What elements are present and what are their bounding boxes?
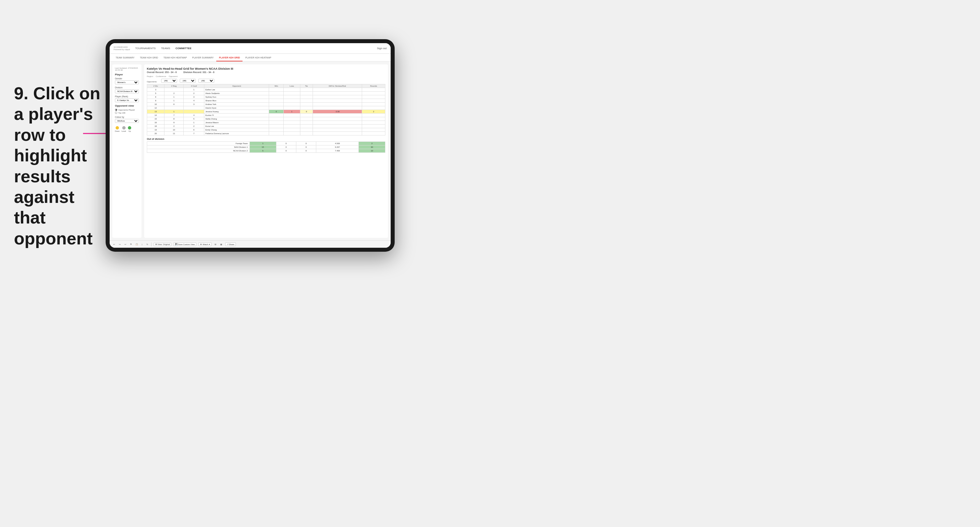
table-cell bbox=[284, 117, 300, 121]
watch-icon: 👁 bbox=[200, 243, 202, 245]
table-cell bbox=[362, 128, 385, 132]
panel-records: Overall Record: 353 - 34 - 6 Division Re… bbox=[147, 71, 385, 73]
table-row[interactable]: 131Jessica Huang010-3.002 bbox=[147, 110, 385, 114]
table-cell: 12 bbox=[147, 106, 164, 110]
sub-nav-player-summary[interactable]: PLAYER SUMMARY bbox=[190, 54, 216, 62]
share-btn[interactable]: ↗ Share bbox=[225, 243, 236, 246]
th-rounds: Rounds bbox=[362, 84, 385, 88]
redo2-btn[interactable]: ↩ bbox=[124, 243, 127, 246]
colour-up: Up bbox=[128, 126, 131, 132]
table-row[interactable]: 31Esther Lee bbox=[147, 88, 385, 92]
bottom-toolbar: ↩ ↪ ↩ ⧉ 📋 | ↻ 👁 View: Original 💾 Save Cu… bbox=[110, 240, 391, 248]
opponent-select[interactable]: (All) bbox=[198, 79, 214, 83]
table-cell: 18 bbox=[147, 125, 164, 128]
colour-level: Level bbox=[122, 126, 126, 132]
colour-by-select[interactable]: Win/loss bbox=[115, 119, 139, 123]
table-row[interactable]: 1063Andrea York bbox=[147, 103, 385, 106]
redo-btn[interactable]: ↪ bbox=[118, 243, 122, 246]
sidebar: Last Updated: 27/03/2024 16:55:38 Player… bbox=[112, 64, 142, 238]
table-row[interactable]: 914Sharon Mun bbox=[147, 99, 385, 103]
grid-btn[interactable]: ⊞ bbox=[213, 243, 217, 246]
colour-dot-level bbox=[122, 126, 126, 130]
table-cell bbox=[362, 117, 385, 121]
region-select[interactable]: (All) bbox=[161, 79, 177, 83]
separator1: | bbox=[141, 243, 143, 246]
th-diff: Diff Av Strokes/Rnd bbox=[313, 84, 362, 88]
table-cell: Jessica Mason bbox=[204, 121, 269, 125]
table-cell bbox=[284, 92, 300, 95]
table-cell: 1 bbox=[184, 88, 204, 92]
out-div-cell: NCAA Division 2 bbox=[147, 149, 250, 153]
out-div-cell: 2 bbox=[359, 142, 385, 146]
gender-select[interactable]: Women's bbox=[115, 80, 139, 84]
table-row[interactable]: 12HeeJo Hyun bbox=[147, 106, 385, 110]
nav-committee[interactable]: COMMITTEE bbox=[175, 46, 191, 51]
table-row[interactable]: 522Alexis Sudjianto bbox=[147, 92, 385, 95]
sub-nav-team-h2h-heatmap[interactable]: TEAM H2H HEATMAP bbox=[161, 54, 190, 62]
th-win: Win bbox=[269, 84, 284, 88]
radio-top100[interactable]: Top 100 bbox=[115, 111, 139, 114]
annotation-text: 9. Click on a player's row to highlight … bbox=[14, 83, 103, 249]
table-row[interactable]: 19106Emily Chang bbox=[147, 128, 385, 132]
table-row[interactable]: 1822Euna Lee bbox=[147, 125, 385, 128]
table-cell: 0 bbox=[269, 110, 284, 114]
player-rank-select[interactable]: 8. Katelyn Vo bbox=[115, 98, 139, 102]
sub-nav-team-summary[interactable]: TEAM SUMMARY bbox=[113, 54, 137, 62]
table-cell: 9 bbox=[164, 121, 184, 125]
sub-nav-player-h2h-heatmap[interactable]: PLAYER H2H HEATMAP bbox=[242, 54, 274, 62]
table-cell bbox=[184, 110, 204, 114]
out-div-row[interactable]: NAIA Division 115009.26730 bbox=[147, 146, 385, 149]
table-cell bbox=[362, 121, 385, 125]
out-div-row[interactable]: NCAA Division 25007.40010 bbox=[147, 149, 385, 153]
table-cell bbox=[313, 95, 362, 99]
table-cell: 10 bbox=[164, 128, 184, 132]
radio-opponents-played[interactable]: Opponents Played bbox=[115, 109, 139, 111]
table-cell bbox=[313, 125, 362, 128]
table-cell bbox=[300, 117, 313, 121]
filter-row: Region Conference Opponent bbox=[147, 75, 385, 77]
nav-bar: SCOREBOARD Powered by clippd TOURNAMENTS… bbox=[110, 43, 391, 54]
opponent-view-title: Opponent view bbox=[115, 104, 139, 107]
paste-btn[interactable]: 📋 bbox=[135, 243, 139, 246]
sub-nav-player-h2h-grid[interactable]: PLAYER H2H GRID bbox=[216, 54, 242, 62]
opponent-view-radios: Opponents Played Top 100 bbox=[115, 109, 139, 114]
out-div-row[interactable]: Foreign Team1004.5002 bbox=[147, 142, 385, 146]
watch-btn[interactable]: 👁 Watch ▾ bbox=[198, 243, 211, 246]
table-cell: Stella Cheng bbox=[204, 117, 269, 121]
out-div-cell: 0 bbox=[296, 142, 316, 146]
table-row[interactable]: 1474Eunice Yi bbox=[147, 114, 385, 117]
view-icon: 👁 bbox=[155, 243, 157, 245]
nav-tournaments[interactable]: TOURNAMENTS bbox=[135, 46, 156, 51]
conference-select[interactable]: (All) bbox=[180, 79, 196, 83]
table-btn[interactable]: ▦ bbox=[219, 243, 223, 246]
table-row[interactable]: 20117Federica Domecq Lacroze bbox=[147, 132, 385, 135]
view-original-btn[interactable]: 👁 View: Original bbox=[153, 243, 172, 246]
right-panel: Katelyn Vo Head-to-Head Grid for Women's… bbox=[144, 64, 388, 238]
table-cell bbox=[284, 99, 300, 103]
th-reg: # Reg bbox=[164, 84, 184, 88]
out-div-cell: 7.400 bbox=[316, 149, 359, 153]
table-row[interactable]: 613Sydney Kuo bbox=[147, 95, 385, 99]
overall-record: Overall Record: 353 - 34 - 6 bbox=[147, 71, 177, 73]
save-custom-view-label: Save Custom View bbox=[178, 243, 195, 245]
refresh-btn[interactable]: ↻ bbox=[145, 243, 149, 246]
table-cell: 4 bbox=[184, 114, 204, 117]
table-cell bbox=[300, 132, 313, 135]
filter-opponent: Opponent bbox=[169, 75, 177, 77]
conference-label: Conference bbox=[156, 75, 166, 77]
sign-out[interactable]: Sign out bbox=[377, 47, 387, 50]
undo-btn[interactable]: ↩ bbox=[112, 243, 116, 246]
table-cell bbox=[300, 88, 313, 92]
table-row[interactable]: 1585Stella Cheng bbox=[147, 117, 385, 121]
sub-nav-team-h2h-grid[interactable]: TEAM H2H GRID bbox=[137, 54, 161, 62]
table-cell: 8 bbox=[164, 117, 184, 121]
nav-teams[interactable]: TEAMS bbox=[161, 46, 170, 51]
division-select[interactable]: NCAA Division III bbox=[115, 89, 139, 93]
filter-conference: Conference bbox=[156, 75, 166, 77]
copy-btn[interactable]: ⧉ bbox=[129, 243, 132, 246]
table-row[interactable]: 1691Jessica Mason bbox=[147, 121, 385, 125]
table-cell bbox=[269, 125, 284, 128]
table-cell: 6 bbox=[164, 103, 184, 106]
th-opponent: Opponent bbox=[204, 84, 269, 88]
save-custom-view-btn[interactable]: 💾 Save Custom View bbox=[173, 243, 196, 246]
